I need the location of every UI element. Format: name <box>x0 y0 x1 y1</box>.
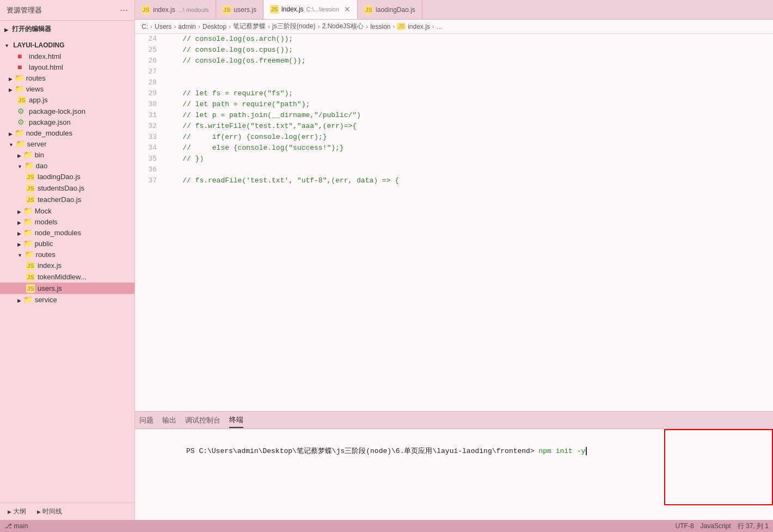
panel-tab-output[interactable]: 输出 <box>162 413 176 427</box>
terminal-command: npm init -y <box>539 447 586 455</box>
panel-tab-debug[interactable]: 调试控制台 <box>185 413 220 427</box>
js-icon: JS <box>26 195 35 204</box>
breadcrumb-part: index.js <box>408 23 430 30</box>
folder-icon: 📁 <box>15 84 23 93</box>
folder-label: Mock <box>35 207 52 215</box>
tab-close-button[interactable]: ✕ <box>344 5 351 14</box>
breadcrumb-part: admin <box>178 23 196 30</box>
file-label: index.js <box>38 261 62 270</box>
file-index-html[interactable]: ■ index.html <box>0 51 134 62</box>
folder-label: models <box>35 218 58 226</box>
folder-routes[interactable]: 📁 routes <box>0 72 134 83</box>
folder-models[interactable]: 📁 models <box>0 216 134 227</box>
folder-service[interactable]: 📁 service <box>0 294 134 305</box>
breadcrumb-part: Users <box>155 23 171 30</box>
file-label: service <box>35 296 57 304</box>
breadcrumb-sep: › <box>432 23 434 30</box>
breadcrumb-part: js三阶段(node) <box>272 22 315 31</box>
tab-laoding-dao[interactable]: JS laodingDao.js <box>358 0 422 19</box>
html-icon: ■ <box>17 52 26 60</box>
code-line: // console.log(os.cpus()); <box>165 45 769 56</box>
folder-label: routes <box>36 250 56 259</box>
code-editor[interactable]: 24 25 26 27 28 29 30 31 32 33 34 35 36 3… <box>135 34 773 411</box>
folder-node-modules[interactable]: 📁 node_modules <box>0 127 134 138</box>
project-name: LAYUI-LAODING <box>13 41 64 49</box>
file-package-lock-json[interactable]: ⚙ package-lock.json <box>0 106 134 117</box>
code-line: // let fs = require("fs"); <box>165 88 769 99</box>
sidebar-more-button[interactable]: ··· <box>120 4 128 16</box>
file-token-middlew[interactable]: JS tokenMiddlew... <box>0 271 134 283</box>
js-icon: JS <box>26 272 35 282</box>
folder-chevron <box>17 229 21 237</box>
js-icon: JS <box>26 172 35 181</box>
breadcrumb-sep: › <box>150 23 152 30</box>
file-teacher-dao[interactable]: JS teacherDao.js <box>0 194 134 205</box>
code-line: // let p = path.join(__dirname,"/public/… <box>165 110 769 121</box>
breadcrumb-sep: › <box>174 23 176 30</box>
file-app-js[interactable]: JS app.js <box>0 94 134 106</box>
status-encoding: UTF-8 <box>676 522 694 530</box>
file-label: tokenMiddlew... <box>38 273 87 281</box>
breadcrumb-part: 笔记蔡梦蝶 <box>233 22 266 31</box>
file-index-js[interactable]: JS index.js <box>0 260 134 271</box>
folder-dao[interactable]: 📁 dao <box>0 160 134 171</box>
file-layout-html[interactable]: ■ layout.html <box>0 62 134 72</box>
code-line: // if(err) {console.log(err);} <box>165 132 769 143</box>
code-line: // fs.writeFile("test.txt","aaa",(err)=>… <box>165 121 769 132</box>
folder-icon: 📁 <box>23 150 32 159</box>
json-icon: ⚙ <box>17 107 26 115</box>
project-header[interactable]: LAYUI-LAODING <box>0 40 134 51</box>
code-line: // let path = require("path"); <box>165 99 769 110</box>
sidebar-title: 资源管理器 <box>7 5 42 15</box>
panel-area: 问题 输出 调试控制台 终端 PS C:\Users\admin\Desktop… <box>135 411 773 520</box>
file-label: index.html <box>29 52 61 60</box>
folder-chevron <box>17 250 22 259</box>
breadcrumb-part: ... <box>437 23 442 30</box>
breadcrumb-sep: › <box>229 23 231 30</box>
folder-label: dao <box>36 162 48 170</box>
panel-content: PS C:\Users\admin\Desktop\笔记蔡梦蝶\js三阶段(no… <box>135 429 773 520</box>
folder-server[interactable]: 📁 server <box>0 138 134 149</box>
status-right: UTF-8 JavaScript 行 37, 列 1 <box>676 522 769 531</box>
breadcrumb-sep: › <box>317 23 320 30</box>
open-editors-chevron <box>4 26 8 33</box>
file-laoding-dao[interactable]: JS laodingDao.js <box>0 171 134 182</box>
terminal-path: PS C:\Users\admin\Desktop\笔记蔡梦蝶\js三阶段(no… <box>186 447 538 455</box>
tab-label: laodingDao.js <box>376 6 415 14</box>
file-package-json[interactable]: ⚙ package.json <box>0 117 134 127</box>
panel-tab-issues[interactable]: 问题 <box>139 413 154 427</box>
folder-icon: 📁 <box>15 74 23 82</box>
js-icon: JS <box>26 184 35 193</box>
folder-bin[interactable]: 📁 bin <box>0 149 134 160</box>
breadcrumb-part: C: <box>142 23 148 30</box>
folder-node-modules-2[interactable]: 📁 node_modules <box>0 227 134 238</box>
open-editors-header[interactable]: 打开的编辑器 <box>0 23 134 35</box>
code-line: // fs.readFile('test.txt', "utf-8",(err,… <box>165 175 769 186</box>
sidebar-header: 资源管理器 ··· <box>0 0 134 21</box>
code-line: // console.log(os.freemem()); <box>165 56 769 66</box>
folder-mock[interactable]: 📁 Mock <box>0 205 134 216</box>
folder-routes-2[interactable]: 📁 routes <box>0 249 134 260</box>
tab-sublabel: ...\ modouls <box>178 7 209 13</box>
file-users-js[interactable]: JS users.js <box>0 283 134 294</box>
tab-js-icon: JS <box>142 5 150 14</box>
panel-tab-terminal[interactable]: 终端 <box>229 413 243 428</box>
folder-label: node_modules <box>26 129 72 137</box>
file-label: teacherDao.js <box>38 195 81 204</box>
folder-public[interactable]: 📁 public <box>0 238 134 249</box>
outline-section[interactable]: 大纲 <box>4 505 29 518</box>
folder-icon: 📁 <box>23 206 32 215</box>
breadcrumb-sep: › <box>198 23 200 30</box>
tab-index-modouls[interactable]: JS index.js ...\ modouls <box>135 0 216 19</box>
file-students-dao[interactable]: JS studentsDao.js <box>0 182 134 194</box>
timeline-section[interactable]: 时间线 <box>34 505 65 518</box>
tab-index-lession[interactable]: JS index.js C:\...\lession ✕ <box>263 0 358 19</box>
status-language: JavaScript <box>701 522 731 530</box>
folder-views[interactable]: 📁 views <box>0 83 134 94</box>
tab-users[interactable]: JS users.js <box>216 0 263 19</box>
folder-label: server <box>27 140 47 148</box>
folder-chevron <box>9 74 13 82</box>
breadcrumb-part: Desktop <box>203 23 226 30</box>
folder-icon: 📁 <box>24 250 33 259</box>
folder-chevron <box>17 151 21 159</box>
